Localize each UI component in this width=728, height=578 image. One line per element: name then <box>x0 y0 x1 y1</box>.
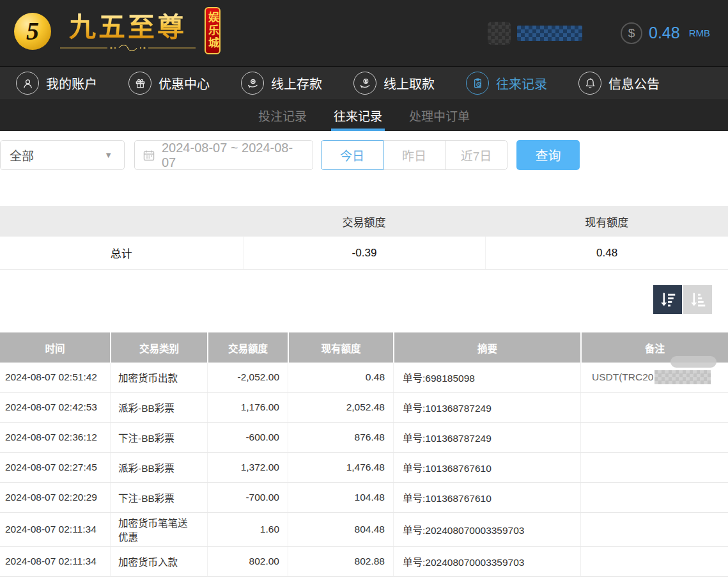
table-row: 2024-08-07 02:36:12 下注-BB彩票 -600.00 876.… <box>0 423 728 453</box>
cell-time: 2024-08-07 02:51:42 <box>0 363 110 392</box>
cell-type: 下注-BB彩票 <box>110 423 207 452</box>
cell-amount: 1.60 <box>207 513 288 546</box>
user-icon <box>16 72 39 95</box>
nav-online-deposit[interactable]: 线上存款 <box>241 72 322 95</box>
main-nav: 我的账户 优惠中心 线上存款 线上取款 往来记录 <box>0 66 728 99</box>
sort-descending-button[interactable] <box>653 285 682 314</box>
sort-toolbar <box>0 285 728 314</box>
clipboard-clock-icon <box>466 72 489 95</box>
type-select-value: 全部 <box>10 146 34 164</box>
cell-summary: 单号:101368787249 <box>393 393 580 422</box>
cell-summary: 单号:101368787249 <box>393 423 580 452</box>
nav-promotions[interactable]: 优惠中心 <box>128 72 210 95</box>
page: 5 九五至尊 娱乐城 $ 0.48 RMB <box>0 0 728 578</box>
cell-summary: 单号:202408070003359703 <box>393 513 580 546</box>
transactions-table: 时间 交易类别 交易额度 现有额度 摘要 备注 2024-08-07 02:51… <box>0 332 728 577</box>
last7days-button[interactable]: 近7日 <box>445 140 507 170</box>
nav-label: 线上取款 <box>383 74 435 93</box>
redaction-smudge <box>670 356 716 368</box>
nav-label: 往来记录 <box>496 74 547 93</box>
cell-summary: 单号:698185098 <box>393 363 580 392</box>
cell-type: 派彩-BB彩票 <box>110 453 207 482</box>
cell-remark: USDT(TRC20 <box>580 363 728 392</box>
cell-summary: 单号:202408070003359703 <box>393 547 580 576</box>
filter-bar: 全部 ▼ 2024-08-07 ~ 2024-08-07 今日 昨日 近7日 查… <box>0 140 728 170</box>
cell-balance: 2,052.48 <box>288 393 393 422</box>
nav-label: 优惠中心 <box>159 74 210 93</box>
col-summary: 摘要 <box>393 332 580 363</box>
cell-type: 加密货币出款 <box>110 363 207 392</box>
cell-summary: 单号:101368767610 <box>393 453 580 482</box>
table-row: 2024-08-07 02:20:29 下注-BB彩票 -700.00 104.… <box>0 483 728 513</box>
calendar-icon <box>143 149 155 162</box>
today-button[interactable]: 今日 <box>321 140 383 170</box>
col-time: 时间 <box>0 332 110 363</box>
summary-total-row: 总计 -0.39 0.48 <box>0 237 728 270</box>
cell-balance: 876.48 <box>288 423 393 452</box>
nav-label: 信息公告 <box>608 74 660 93</box>
cell-amount: 1,372.00 <box>207 453 288 482</box>
cell-time: 2024-08-07 02:11:34 <box>0 547 110 576</box>
summary-total-balance: 0.48 <box>485 237 728 269</box>
site-logo[interactable]: 5 九五至尊 娱乐城 <box>14 12 221 54</box>
dollar-coin-icon: $ <box>621 22 642 44</box>
nav-transaction-records[interactable]: 往来记录 <box>466 72 547 95</box>
date-range-input[interactable]: 2024-08-07 ~ 2024-08-07 <box>134 140 313 170</box>
summary-header-balance: 现有额度 <box>485 214 728 230</box>
cell-remark <box>580 423 728 452</box>
top-header: 5 九五至尊 娱乐城 $ 0.48 RMB <box>0 0 728 66</box>
yesterday-button[interactable]: 昨日 <box>383 140 445 170</box>
sort-descending-icon <box>658 290 678 309</box>
balance-display[interactable]: $ 0.48 RMB <box>621 22 710 44</box>
balance-currency: RMB <box>689 27 710 38</box>
user-account[interactable] <box>488 22 582 45</box>
table-row: 2024-08-07 02:51:42 加密货币出款 -2,052.00 0.4… <box>0 363 728 393</box>
cell-type: 加密货币入款 <box>110 547 207 576</box>
search-button[interactable]: 查询 <box>516 140 580 170</box>
site-title: 九五至尊 <box>69 13 187 42</box>
balance-amount: 0.48 <box>649 24 680 42</box>
summary-header-transaction: 交易额度 <box>243 214 486 230</box>
cell-balance: 804.48 <box>288 513 393 546</box>
nav-my-account[interactable]: 我的账户 <box>16 72 97 95</box>
logo-coin-icon: 5 <box>14 13 51 50</box>
summary-table: 交易额度 现有额度 总计 -0.39 0.48 <box>0 206 728 270</box>
tab-processing-orders[interactable]: 处理中订单 <box>408 99 471 131</box>
summary-header-row: 交易额度 现有额度 <box>0 206 728 237</box>
nav-online-withdraw[interactable]: 线上取款 <box>353 72 435 95</box>
date-range-value: 2024-08-07 ~ 2024-08-07 <box>162 141 305 170</box>
table-row: 2024-08-07 02:27:45 派彩-BB彩票 1,372.00 1,4… <box>0 453 728 483</box>
cell-type: 下注-BB彩票 <box>110 483 207 512</box>
cell-summary: 单号:101368767610 <box>393 483 580 512</box>
gift-icon <box>128 72 151 95</box>
record-tabs: 投注记录 往来记录 处理中订单 <box>0 99 728 131</box>
cell-remark <box>580 393 728 422</box>
avatar <box>488 22 511 45</box>
cell-time: 2024-08-07 02:11:34 <box>0 513 110 546</box>
cell-amount: -700.00 <box>207 483 288 512</box>
col-amount: 交易额度 <box>207 332 288 363</box>
nav-announcements[interactable]: 信息公告 <box>578 72 660 95</box>
cell-balance: 104.48 <box>288 483 393 512</box>
cell-time: 2024-08-07 02:36:12 <box>0 423 110 452</box>
cell-balance: 1,476.48 <box>288 453 393 482</box>
quick-range-group: 今日 昨日 近7日 <box>321 140 507 170</box>
withdraw-hand-dollar-icon <box>353 72 376 95</box>
table-row: 2024-08-07 02:11:34 加密货币入款 802.00 802.88… <box>0 547 728 577</box>
sort-ascending-button[interactable] <box>683 285 712 314</box>
cell-remark <box>580 453 728 482</box>
tab-betting-records[interactable]: 投注记录 <box>257 99 308 131</box>
col-type: 交易类别 <box>110 332 207 363</box>
cell-amount: 1,176.00 <box>207 393 288 422</box>
redacted-remark-block <box>654 370 711 384</box>
cell-remark <box>580 483 728 512</box>
type-select[interactable]: 全部 ▼ <box>0 140 125 170</box>
cell-amount: -600.00 <box>207 423 288 452</box>
chevron-down-icon: ▼ <box>104 150 112 160</box>
summary-total-label: 总计 <box>0 237 243 269</box>
username-redacted <box>517 26 582 41</box>
table-row: 2024-08-07 02:11:34 加密货币笔笔送优惠 1.60 804.4… <box>0 513 728 547</box>
cell-time: 2024-08-07 02:27:45 <box>0 453 110 482</box>
tab-transaction-records[interactable]: 往来记录 <box>332 99 383 131</box>
sort-ascending-icon <box>688 290 708 309</box>
